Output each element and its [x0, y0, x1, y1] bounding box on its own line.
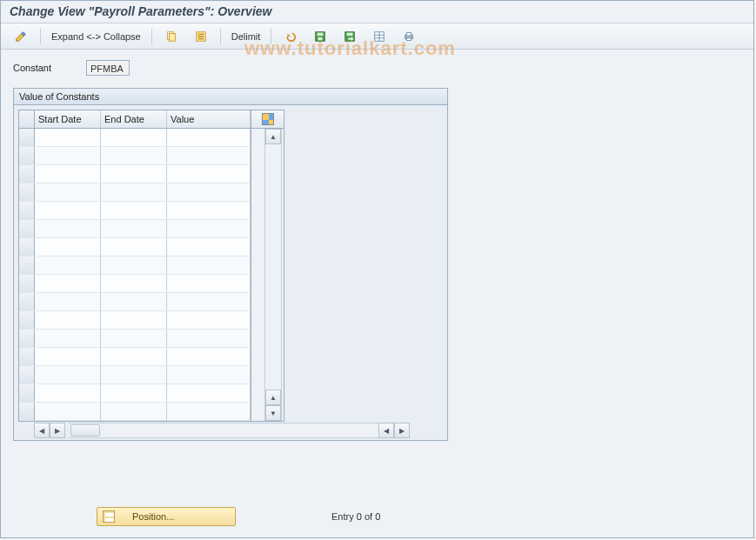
cell-start-date[interactable]	[35, 129, 101, 146]
row-selector[interactable]	[19, 129, 35, 146]
constants-grid[interactable]: Start Date End Date Value	[18, 110, 251, 422]
cell-end-date[interactable]	[101, 202, 167, 219]
cell-end-date[interactable]	[101, 293, 167, 310]
cell-end-date[interactable]	[101, 238, 167, 256]
row-selector[interactable]	[19, 275, 35, 292]
cell-start-date[interactable]	[35, 311, 101, 329]
hscroll-track[interactable]	[69, 423, 378, 438]
scroll-right2-button[interactable]: ◀	[378, 423, 394, 438]
row-selector[interactable]	[19, 348, 35, 365]
row-selector[interactable]	[19, 147, 35, 164]
scroll-up-button[interactable]: ▲	[265, 129, 281, 144]
cell-start-date[interactable]	[35, 257, 101, 274]
save-next-button[interactable]	[337, 27, 363, 46]
col-end-date[interactable]: End Date	[101, 110, 167, 128]
cell-end-date[interactable]	[101, 257, 167, 274]
cell-start-date[interactable]	[35, 183, 101, 201]
cell-end-date[interactable]	[101, 275, 167, 292]
row-selector[interactable]	[19, 293, 35, 310]
table-row[interactable]	[19, 330, 251, 348]
scroll-left-button[interactable]: ◀	[34, 423, 50, 438]
cell-value[interactable]	[167, 366, 251, 383]
scroll-left2-button[interactable]: ▶	[50, 423, 65, 438]
table-row[interactable]	[19, 275, 251, 293]
cell-end-date[interactable]	[101, 384, 167, 402]
select-all-button[interactable]	[188, 27, 214, 46]
row-selector[interactable]	[19, 165, 35, 183]
cell-value[interactable]	[167, 220, 251, 237]
row-selector[interactable]	[19, 384, 35, 402]
row-selector[interactable]	[19, 183, 35, 201]
cell-value[interactable]	[167, 275, 251, 292]
cell-value[interactable]	[167, 257, 251, 274]
cell-end-date[interactable]	[101, 220, 167, 237]
horizontal-scrollbar[interactable]: ◀ ▶ ◀ ▶	[18, 423, 443, 438]
cell-end-date[interactable]	[101, 147, 167, 164]
cell-end-date[interactable]	[101, 348, 167, 365]
row-selector[interactable]	[19, 202, 35, 219]
table-row[interactable]	[19, 238, 251, 257]
cell-start-date[interactable]	[35, 384, 101, 402]
cell-start-date[interactable]	[35, 330, 101, 347]
row-selector[interactable]	[19, 257, 35, 274]
cell-start-date[interactable]	[35, 147, 101, 164]
cell-start-date[interactable]	[35, 202, 101, 219]
cell-end-date[interactable]	[101, 366, 167, 383]
scroll-right-button[interactable]: ▶	[394, 423, 410, 438]
table-row[interactable]	[19, 165, 251, 183]
hscroll-thumb[interactable]	[70, 424, 100, 437]
table-row[interactable]	[19, 384, 251, 403]
cell-start-date[interactable]	[35, 220, 101, 237]
cell-start-date[interactable]	[35, 348, 101, 365]
cell-start-date[interactable]	[35, 293, 101, 310]
cell-value[interactable]	[167, 165, 251, 183]
cell-value[interactable]	[167, 330, 251, 347]
table-row[interactable]	[19, 183, 251, 202]
cell-value[interactable]	[167, 293, 251, 310]
select-all-rows[interactable]	[19, 110, 35, 128]
scroll-up2-button[interactable]: ▲	[265, 390, 281, 405]
table-row[interactable]	[19, 147, 251, 165]
cell-start-date[interactable]	[35, 238, 101, 256]
scroll-track[interactable]	[265, 144, 281, 390]
row-selector[interactable]	[19, 403, 35, 420]
cell-value[interactable]	[167, 348, 251, 365]
col-value[interactable]: Value	[167, 110, 251, 128]
row-selector[interactable]	[19, 366, 35, 383]
table-row[interactable]	[19, 348, 251, 366]
delimit-button[interactable]: Delimit	[227, 27, 265, 46]
row-selector[interactable]	[19, 330, 35, 347]
cell-value[interactable]	[167, 311, 251, 329]
table-row[interactable]	[19, 366, 251, 384]
table-row[interactable]	[19, 202, 251, 220]
configure-columns-button[interactable]	[251, 110, 284, 129]
cell-value[interactable]	[167, 384, 251, 402]
row-selector[interactable]	[19, 238, 35, 256]
toggle-display-change-button[interactable]	[8, 27, 34, 46]
print-button[interactable]	[396, 27, 422, 46]
cell-value[interactable]	[167, 183, 251, 201]
table-row[interactable]	[19, 293, 251, 311]
cell-value[interactable]	[167, 238, 251, 256]
save-button[interactable]	[307, 27, 333, 46]
cell-value[interactable]	[167, 202, 251, 219]
cell-value[interactable]	[167, 147, 251, 164]
row-selector[interactable]	[19, 220, 35, 237]
cell-value[interactable]	[167, 403, 251, 420]
cell-end-date[interactable]	[101, 183, 167, 201]
cell-value[interactable]	[167, 129, 251, 146]
cell-start-date[interactable]	[35, 403, 101, 420]
table-row[interactable]	[19, 311, 251, 330]
vertical-scrollbar[interactable]: ▲ ▲ ▼	[264, 129, 282, 421]
expand-collapse-button[interactable]: Expand <-> Collapse	[47, 27, 145, 46]
cell-start-date[interactable]	[35, 366, 101, 383]
position-button[interactable]: Position...	[97, 507, 236, 526]
cell-start-date[interactable]	[35, 275, 101, 292]
cell-start-date[interactable]	[35, 165, 101, 183]
cell-end-date[interactable]	[101, 330, 167, 347]
scroll-down-button[interactable]: ▼	[265, 405, 281, 421]
cell-end-date[interactable]	[101, 311, 167, 329]
table-row[interactable]	[19, 220, 251, 238]
table-row[interactable]	[19, 129, 251, 147]
copy-button[interactable]	[158, 27, 184, 46]
